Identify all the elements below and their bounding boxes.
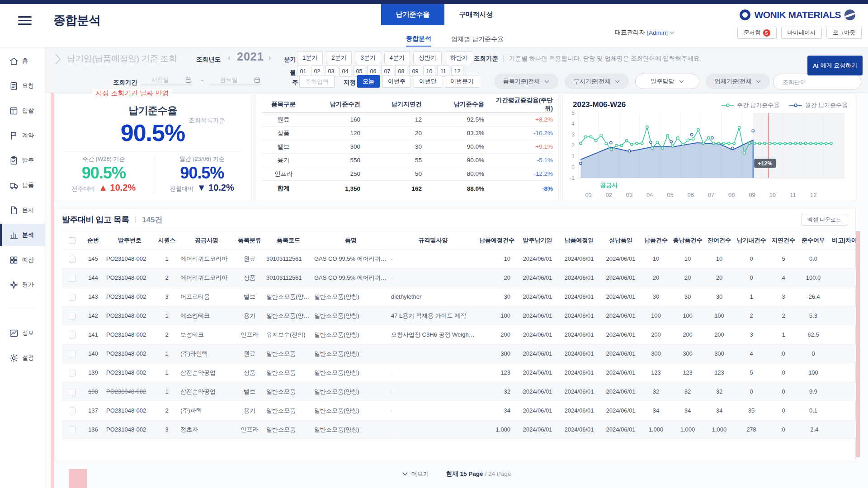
quarter-label: 분기 <box>284 56 296 64</box>
range-button[interactable]: 이번분기 <box>445 75 479 88</box>
range-button[interactable]: 오늘 <box>357 75 380 88</box>
select-all-checkbox[interactable] <box>69 237 75 244</box>
list-scrollbar[interactable] <box>856 231 860 457</box>
kpi-weekly: 주간 (W26) 기준 90.5% 전주대비▲ 10.2% <box>55 155 153 193</box>
table-row[interactable]: 143PO231048-0023어프로티움밸브일반소모품(양청)일반소모품(양청… <box>62 287 860 306</box>
svg-text:0: 0 <box>571 164 575 170</box>
end-date-field[interactable] <box>209 75 262 84</box>
table-row[interactable]: 139PO231048-0021삼전순약공업상품일반소모품일반소모품(양청)-1… <box>62 363 860 382</box>
bid-icon <box>9 106 19 116</box>
compliance-trend-chart: +12%543210-1010203040506070809101112공급사 <box>565 110 854 203</box>
chart-title: 2023-M06-W26 <box>573 100 626 109</box>
start-date-input[interactable] <box>142 76 178 83</box>
row-checkbox[interactable] <box>69 427 75 433</box>
tab-delivery-compliance[interactable]: 납기준수율 <box>381 4 444 25</box>
app-root: 종합분석 납기준수율 구매적시성 종합분석 업체별 납기준수율 WONIK MA… <box>0 0 868 488</box>
row-checkbox[interactable] <box>69 294 75 300</box>
year-prev-button[interactable]: ‹ <box>228 53 231 62</box>
row-checkbox[interactable] <box>69 275 75 282</box>
quarter-button-3[interactable]: 3분기 <box>355 52 381 64</box>
table-row[interactable]: 145PO231048-0021에어리퀴드코리아원료30103112561GAS… <box>62 249 860 268</box>
row-checkbox[interactable] <box>69 256 75 263</box>
sidebar-item-budget[interactable]: 예산 <box>0 249 45 271</box>
svg-text:01: 01 <box>585 192 591 198</box>
hamburger-menu-icon[interactable] <box>18 14 32 24</box>
quarter-button-4[interactable]: 4분기 <box>384 52 410 64</box>
sidebar-item-request[interactable]: 요청 <box>0 75 45 97</box>
sidebar-item-analysis[interactable]: 분석 <box>0 224 45 246</box>
month-label: 월 <box>290 69 296 77</box>
calendar-icon[interactable] <box>254 77 260 83</box>
table-row[interactable]: 141PO231048-0022보성테크인프라유지보수(전의)일반소모품(양청)… <box>62 325 860 344</box>
sidebar-item-home[interactable]: 홈 <box>0 50 45 72</box>
sidebar-item-contract[interactable]: 계약 <box>0 124 45 147</box>
calendar-icon[interactable] <box>185 77 192 83</box>
dropdown-0[interactable]: 품목기준|전체 <box>494 74 558 89</box>
table-row[interactable]: 137PO231048-0022(주)파텍용기일반소모품일반소모품(양청)-34… <box>62 401 860 420</box>
user-menu[interactable]: 대표관리자 [Admin] <box>615 28 675 37</box>
sidebar-item-delivery[interactable]: 납품 <box>0 174 45 197</box>
docbox-button[interactable]: 문서함5 <box>737 27 777 39</box>
row-checkbox[interactable] <box>69 351 75 357</box>
settings-icon <box>9 353 19 363</box>
svg-text:12: 12 <box>810 192 816 198</box>
mypage-button[interactable]: 마이페이지 <box>781 27 822 39</box>
year-next-button[interactable]: › <box>269 53 271 62</box>
dropdown-2[interactable]: 발주담당 <box>635 74 699 89</box>
excel-download-button[interactable]: 엑셀 다운로드 <box>802 214 847 226</box>
dropdown-1[interactable]: 부서기준|전체 <box>565 74 629 89</box>
breadcrumb-chevron-icon <box>54 53 61 66</box>
load-more-button[interactable]: 더보기 <box>402 470 429 478</box>
legend-item: 주간 납기준수율 <box>722 101 780 109</box>
ai-request-button[interactable]: AI 에게 요청하기 <box>807 56 863 75</box>
row-checkbox[interactable] <box>69 389 75 395</box>
month-button-04[interactable]: 04 <box>339 66 351 77</box>
table-row[interactable]: 144PO231048-0022에어리퀴드코리아상품30103112561GAS… <box>62 268 860 287</box>
tilde: ~ <box>201 77 204 84</box>
range-button[interactable]: 이번주 <box>382 75 411 88</box>
list-count: 145건 <box>142 215 162 225</box>
quarter-button-1[interactable]: 1분기 <box>297 52 323 64</box>
dropdown-3[interactable]: 업체기준|전체 <box>706 74 770 89</box>
range-label: 지정 <box>344 79 356 87</box>
row-checkbox[interactable] <box>69 332 75 338</box>
search-field[interactable] <box>773 74 861 90</box>
table-row[interactable]: 142PO231048-0021에스엠테크용기일반소모품(양청)일반소모품(양청… <box>62 306 860 325</box>
left-pink-strip <box>51 93 54 488</box>
sidebar-item-label: 정보 <box>22 329 34 337</box>
kpi-basis: 조회목록기준 <box>189 117 225 125</box>
logout-button[interactable]: 로그아웃 <box>826 27 862 39</box>
summary-row: 인프라2505080.0%-12.2% <box>262 167 552 181</box>
week-input[interactable] <box>299 75 335 88</box>
row-checkbox[interactable] <box>69 313 75 319</box>
sidebar-item-info[interactable]: 정보 <box>0 322 45 344</box>
table-row[interactable]: 140PO231048-0021(주)라인텍원료일반소모품일반소모품(양청)-3… <box>62 344 860 363</box>
row-checkbox[interactable] <box>69 408 75 414</box>
subtab-by-vendor[interactable]: 업체별 납기준수율 <box>451 32 504 47</box>
sidebar-item-order[interactable]: 발주 <box>0 149 45 172</box>
sidebar-item-evaluation[interactable]: 평가 <box>0 273 45 296</box>
svg-text:2: 2 <box>571 142 575 149</box>
end-date-input[interactable] <box>211 76 247 83</box>
sidebar-item-bid[interactable]: 입찰 <box>0 99 45 122</box>
table-row[interactable]: 136PO231048-0023정초자인프라일반소모품일반소모품(양청)-1,0… <box>62 420 860 439</box>
subtab-comprehensive[interactable]: 종합분석 <box>406 32 431 47</box>
chevron-down-icon <box>670 31 675 34</box>
chevron-down-icon <box>402 472 408 476</box>
row-checkbox[interactable] <box>69 370 75 376</box>
svg-text:02: 02 <box>606 192 612 198</box>
quarter-button-2[interactable]: 2분기 <box>326 52 352 64</box>
svg-text:05: 05 <box>667 192 673 198</box>
range-button[interactable]: 이번달 <box>414 75 442 88</box>
table-row[interactable]: 138PO231048-0021삼전순약공업밸브일반소모품일반소모품(양청)-3… <box>62 382 860 401</box>
start-date-field[interactable] <box>140 75 193 84</box>
quarter-button-6[interactable]: 하반기 <box>445 52 473 64</box>
sidebar-item-document[interactable]: 문서 <box>0 199 45 221</box>
quarter-button-5[interactable]: 상반기 <box>413 52 442 64</box>
bottom-pink-marker <box>69 469 87 488</box>
sidebar: 홈요청입찰계약발주납품문서분석예산평가정보설정 <box>0 47 45 488</box>
sidebar-item-settings[interactable]: 설정 <box>0 347 45 369</box>
search-input[interactable] <box>783 79 862 85</box>
page-indicator: 현재 15 Page / 24 Page <box>446 470 511 478</box>
tab-purchase-timeliness[interactable]: 구매적시성 <box>444 4 508 25</box>
